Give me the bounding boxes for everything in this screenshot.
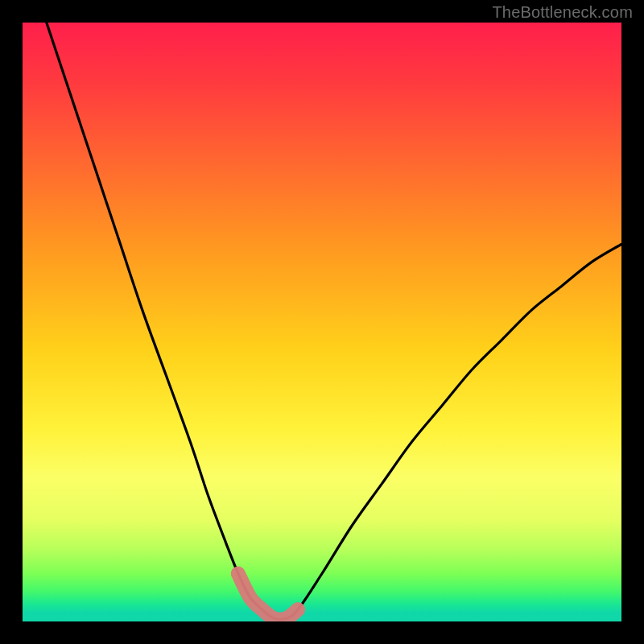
plot-area <box>23 23 621 621</box>
chart-frame: TheBottleneck.com <box>0 0 644 644</box>
highlight-overlay <box>238 574 298 620</box>
bottleneck-curve-path <box>47 23 621 620</box>
curve-svg <box>23 23 621 621</box>
watermark-text: TheBottleneck.com <box>492 3 633 22</box>
